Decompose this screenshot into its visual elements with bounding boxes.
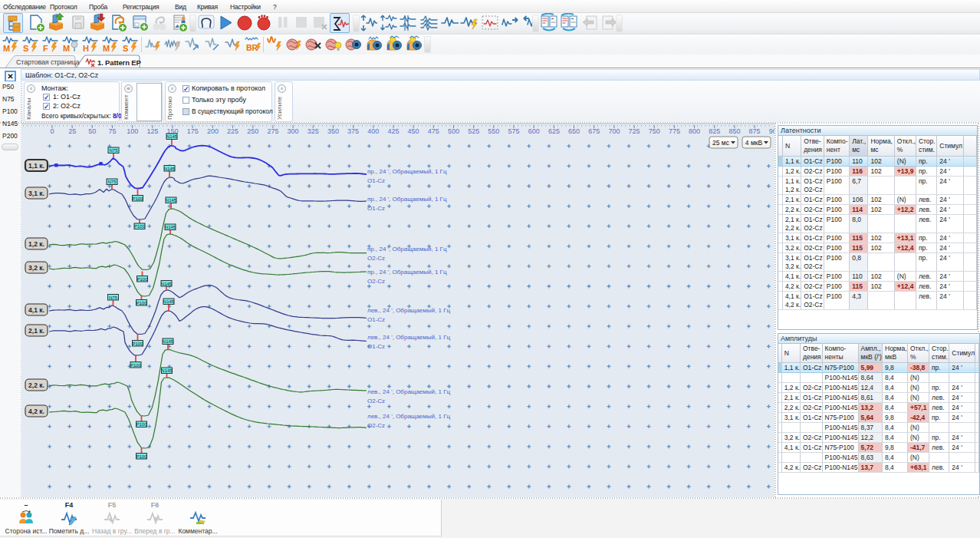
svg-text:2,1 к.: 2,1 к.	[28, 327, 44, 335]
svg-text:800: 800	[689, 127, 700, 135]
svg-text:S: S	[23, 44, 28, 53]
svg-text:S: S	[123, 44, 128, 53]
svg-text:250: 250	[247, 127, 258, 135]
svg-text:25 мс: 25 мс	[712, 139, 730, 147]
svg-text:500: 500	[448, 127, 459, 135]
svg-text:N145: N145	[166, 198, 177, 203]
svg-text:125: 125	[146, 127, 158, 135]
svg-text:BR: BR	[246, 43, 258, 52]
svg-text:пр., 24 ', Обращаемый, 1 Гц: пр., 24 ', Обращаемый, 1 Гц	[367, 196, 447, 203]
svg-text:O1-Cz: O1-Cz	[367, 343, 385, 350]
svg-text:225: 225	[227, 127, 238, 135]
svg-text:N145: N145	[166, 134, 178, 139]
svg-text:P100: P100	[136, 454, 147, 459]
svg-text:50: 50	[88, 127, 96, 135]
svg-text:75: 75	[108, 127, 116, 135]
svg-text:P100: P100	[136, 277, 148, 282]
svg-text:1,1 к.: 1,1 к.	[28, 162, 44, 170]
svg-text:N145: N145	[163, 339, 174, 344]
svg-text:P100: P100	[132, 196, 143, 201]
svg-text:O1-Cz: O1-Cz	[367, 177, 385, 184]
svg-text:300: 300	[288, 127, 299, 135]
svg-text:825: 825	[709, 127, 720, 135]
svg-text:625: 625	[548, 127, 560, 135]
svg-text:550: 550	[488, 127, 499, 135]
svg-text:425: 425	[387, 127, 399, 135]
svg-text:3,2 к.: 3,2 к.	[28, 264, 44, 272]
svg-text:O1-Cz: O1-Cz	[367, 205, 385, 212]
svg-text:P100: P100	[132, 342, 143, 346]
svg-text:P100: P100	[134, 224, 146, 229]
svg-text:600: 600	[528, 127, 540, 135]
svg-text:N145: N145	[163, 299, 175, 304]
svg-text:O1-Cz: O1-Cz	[367, 316, 385, 323]
svg-text:P100: P100	[136, 422, 147, 427]
svg-text:1,2 к.: 1,2 к.	[28, 240, 44, 248]
svg-text:650: 650	[568, 127, 580, 135]
svg-text:N75: N75	[109, 148, 118, 153]
svg-text:850: 850	[728, 127, 740, 135]
svg-text:пр., 24 ', Обращаемый, 1 Гц: пр., 24 ', Обращаемый, 1 Гц	[367, 269, 447, 276]
svg-text:P100: P100	[130, 363, 142, 368]
svg-text:100: 100	[127, 127, 138, 135]
svg-text:лев., 24 ', Обращаемый, 1 Гц: лев., 24 ', Обращаемый, 1 Гц	[367, 307, 450, 314]
svg-text:O2-Cz: O2-Cz	[367, 278, 385, 285]
svg-text:O2-Cz: O2-Cz	[367, 398, 385, 404]
svg-text:N75: N75	[107, 180, 117, 184]
svg-text:25: 25	[68, 127, 76, 135]
svg-text:O2-Cz: O2-Cz	[367, 255, 385, 262]
svg-text:N145: N145	[165, 225, 176, 229]
svg-text:M: M	[63, 44, 70, 53]
svg-text:175: 175	[187, 127, 199, 135]
svg-text:H: H	[83, 44, 89, 53]
svg-text:3,1 к.: 3,1 к.	[28, 190, 44, 197]
svg-text:675: 675	[588, 127, 600, 135]
svg-text:лев., 24 ', Обращаемый, 1 Гц: лев., 24 ', Обращаемый, 1 Гц	[367, 334, 450, 341]
svg-text:P100: P100	[136, 301, 147, 305]
svg-text:N145: N145	[164, 167, 176, 171]
svg-text:F: F	[43, 44, 48, 53]
svg-text:275: 275	[267, 127, 278, 135]
svg-text:725: 725	[629, 127, 640, 135]
svg-text:лев., 24 ', Обращаемый, 1 Гц: лев., 24 ', Обращаемый, 1 Гц	[367, 413, 450, 420]
svg-text:575: 575	[508, 127, 519, 135]
svg-text:900: 900	[769, 127, 774, 135]
svg-text:475: 475	[428, 127, 439, 135]
svg-text:2,2 к.: 2,2 к.	[28, 381, 44, 389]
svg-text:200: 200	[207, 127, 219, 135]
svg-text:375: 375	[347, 127, 359, 135]
svg-text:4 мкВ: 4 мкВ	[745, 139, 763, 147]
svg-text:875: 875	[749, 127, 761, 135]
svg-text:пр., 24 ', Обращаемый, 1 Гц: пр., 24 ', Обращаемый, 1 Гц	[367, 246, 447, 252]
svg-text:M: M	[103, 44, 110, 53]
svg-text:N75: N75	[109, 295, 118, 300]
svg-text:750: 750	[649, 127, 660, 135]
svg-text:N145: N145	[161, 282, 173, 286]
svg-text:525: 525	[468, 127, 479, 135]
svg-text:4,1 к.: 4,1 к.	[28, 306, 44, 314]
svg-text:4,2 к.: 4,2 к.	[28, 408, 44, 415]
svg-text:O2-Cz: O2-Cz	[367, 422, 385, 429]
svg-text:лев., 24 ', Обращаемый, 1 Гц: лев., 24 ', Обращаемый, 1 Гц	[367, 388, 450, 395]
svg-text:пр., 24 ', Обращаемый, 1 Гц: пр., 24 ', Обращаемый, 1 Гц	[367, 168, 447, 175]
svg-text:400: 400	[367, 127, 379, 135]
svg-text:N145: N145	[161, 368, 173, 373]
svg-text:450: 450	[408, 127, 419, 135]
svg-text:325: 325	[307, 127, 319, 135]
svg-text:M: M	[3, 44, 10, 53]
svg-text:700: 700	[608, 127, 620, 135]
svg-text:350: 350	[327, 127, 339, 135]
svg-text:0: 0	[50, 127, 54, 135]
svg-text:775: 775	[669, 127, 680, 135]
